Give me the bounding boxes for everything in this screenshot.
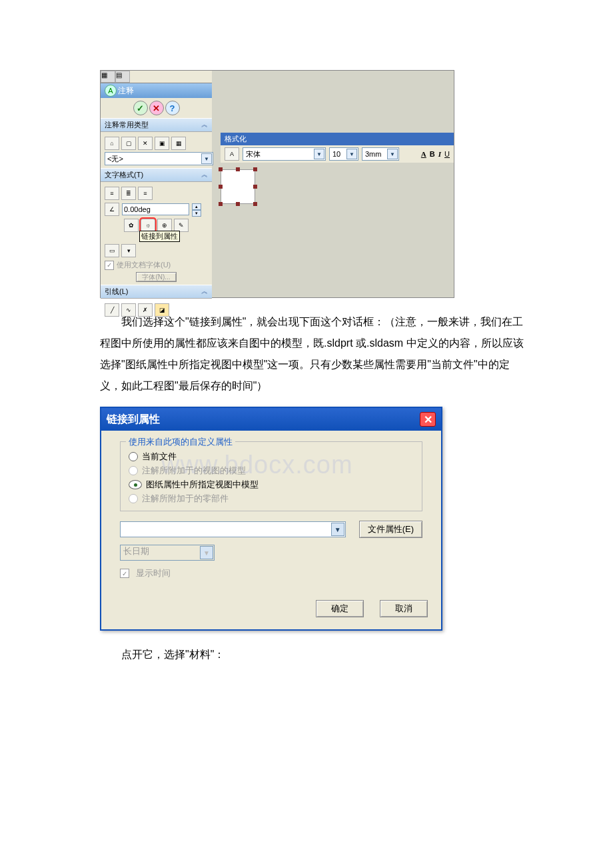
radio-current-file[interactable] [129, 452, 138, 461]
spin-up[interactable]: ▴ [192, 203, 201, 210]
collapse-icon[interactable]: ︽ [201, 287, 208, 297]
section-header: 引线(L) [105, 287, 128, 297]
leader-icon[interactable]: ∿ [121, 303, 136, 317]
section-header: 文字格式(T) [105, 170, 143, 180]
date-format-value: 长日期 [121, 546, 149, 556]
date-format-select: 长日期▼ [120, 545, 215, 561]
radio-component [129, 494, 138, 503]
font-size: 10 [332, 150, 340, 158]
format-icon[interactable]: ▭ [105, 244, 119, 257]
chevron-down-icon: ▼ [201, 153, 212, 164]
note-icon: A [105, 85, 117, 97]
group-legend: 使用来自此项的自定义属性 [126, 436, 235, 448]
chevron-down-icon: ▼ [314, 149, 324, 159]
radio-label: 图纸属性中所指定视图中模型 [146, 479, 259, 491]
section-header: 注释常用类型 [105, 120, 149, 130]
font-unit-select[interactable]: 3mm▼ [362, 147, 399, 161]
cancel-button[interactable]: 取消 [380, 600, 428, 617]
use-doc-font-label: 使用文档字体(U) [117, 261, 171, 269]
help-button[interactable]: ? [165, 101, 180, 115]
font-name: 宋体 [246, 149, 261, 159]
chevron-down-icon: ▼ [331, 523, 344, 536]
paragraph-1: 我们选择这个"链接到属性"，就会出现下面这个对话框：（注意，一般来讲，我们在工程… [100, 311, 526, 397]
italic-button[interactable]: I [438, 150, 441, 158]
type-icon[interactable]: ✕ [138, 137, 153, 150]
property-select[interactable]: ▼ [120, 521, 346, 537]
use-doc-font-checkbox: ✓ [105, 261, 114, 270]
paragraph-2: 点开它，选择"材料"： [100, 644, 526, 665]
format-icon[interactable]: ▾ [121, 244, 136, 257]
format-icon[interactable]: A [225, 147, 239, 161]
select-value: <无> [107, 154, 123, 164]
angle-input[interactable] [122, 203, 189, 215]
radio-label: 注解所附加于的视图的模型 [142, 465, 246, 477]
font-size-select[interactable]: 10▼ [329, 147, 358, 161]
cancel-button[interactable]: ✕ [149, 101, 164, 115]
dialog-title: 链接到属性 [107, 413, 160, 427]
show-time-label: 显示时间 [136, 567, 171, 579]
tab-icon[interactable]: ▤ [115, 71, 130, 83]
panel-title-text: 注释 [118, 85, 134, 97]
align-right-icon[interactable]: ≡ [138, 187, 153, 200]
leader-icon[interactable]: ╱ [105, 303, 119, 317]
type-icon[interactable]: ▢ [121, 137, 136, 150]
panel-title-annotation: A 注释 [101, 83, 212, 98]
style-a[interactable]: A [421, 150, 426, 158]
radio-sheet-model[interactable] [129, 480, 142, 489]
property-source-group: 使用来自此项的自定义属性 当前文件 注解所附加于的视图的模型 图纸属性中所指定视… [120, 441, 422, 511]
radio-label: 当前文件 [142, 451, 177, 463]
align-left-icon[interactable]: ≡ [105, 187, 119, 200]
type-icon[interactable]: ▦ [171, 137, 186, 150]
font-unit: 3mm [365, 150, 381, 158]
type-icon[interactable]: ▣ [155, 137, 169, 150]
file-properties-button[interactable]: 文件属性(E) [359, 521, 422, 538]
format-icon[interactable]: ✎ [174, 219, 189, 232]
radio-label: 注解所附加于的零部件 [142, 493, 229, 505]
link-to-property-button[interactable]: ☼ [141, 219, 155, 232]
tooltip-link-to-property: 链接到属性 [139, 231, 180, 242]
tab-strip: ▦ ▤ [101, 71, 212, 83]
tab-icon[interactable]: ▦ [101, 71, 115, 83]
show-time-checkbox: ✓ [120, 569, 129, 578]
type-icon[interactable]: ⌂ [105, 137, 119, 150]
collapse-icon[interactable]: ︽ [201, 170, 208, 180]
angle-icon: ∠ [105, 203, 119, 216]
font-button: 字体(N)... [136, 272, 176, 282]
collapse-icon[interactable]: ︽ [201, 120, 208, 130]
link-to-property-dialog: 链接到属性 ✕ www.bdocx.com 使用来自此项的自定义属性 当前文件 … [100, 407, 442, 631]
spin-down[interactable]: ▾ [192, 210, 201, 217]
underline-button[interactable]: U [444, 150, 450, 158]
text-edit-box[interactable] [221, 169, 255, 204]
type-select[interactable]: <无>▼ [105, 152, 213, 165]
leader-icon[interactable]: ✗ [138, 303, 153, 317]
align-center-icon[interactable]: ≣ [121, 187, 136, 200]
format-title: 格式化 [221, 133, 454, 145]
chevron-down-icon: ▼ [346, 149, 357, 159]
font-name-select[interactable]: 宋体▼ [243, 147, 326, 161]
format-toolbar: 格式化 A 宋体▼ 10▼ 3mm▼ A B I U [221, 133, 454, 163]
screenshot-annotation-panel: ▦ ▤ A 注释 ✓ ✕ ? 注释常用类型︽ ⌂ ▢ ✕ ▣ ▦ [100, 70, 454, 298]
bold-button[interactable]: B [430, 150, 435, 158]
chevron-down-icon: ▼ [387, 149, 398, 159]
ok-button[interactable]: 确定 [316, 600, 364, 617]
chevron-down-icon: ▼ [200, 546, 213, 559]
format-icon[interactable]: ⊕ [157, 219, 172, 232]
leader-icon[interactable]: ◪ [155, 303, 169, 317]
close-button[interactable]: ✕ [420, 412, 436, 427]
format-icon[interactable]: ✿ [124, 219, 139, 232]
radio-view-model [129, 466, 138, 475]
ok-button[interactable]: ✓ [133, 101, 148, 115]
